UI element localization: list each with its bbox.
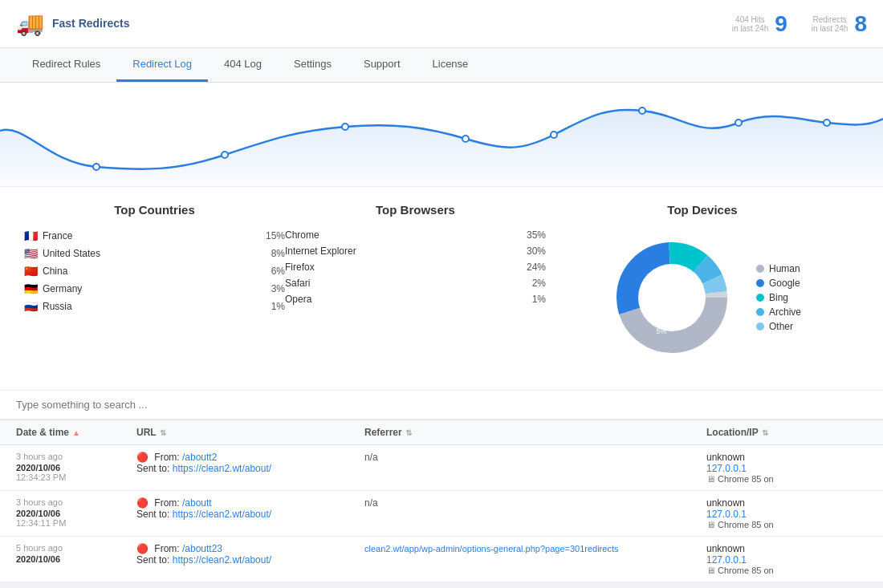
browser-row: Safari 2% — [285, 278, 546, 289]
top-devices-title: Top Devices — [546, 203, 859, 217]
monitor-icon-3: 🖥 — [706, 566, 715, 575]
legend-label-human: Human — [769, 263, 800, 274]
browser-name: Safari — [285, 278, 518, 289]
col-referrer[interactable]: Referrer ⇅ — [364, 427, 706, 438]
svg-point-5 — [639, 107, 645, 114]
top-countries-panel: Top Countries 🇫🇷 France 15% 🇺🇸 United St… — [24, 203, 285, 366]
browser-pct: 2% — [518, 278, 546, 289]
browser-info-3: 🖥 Chrome 85 on — [706, 566, 867, 575]
browser-row: Firefox 24% — [285, 262, 546, 273]
legend-label-google: Google — [769, 278, 800, 289]
tab-license[interactable]: License — [417, 48, 485, 82]
sort-icon-location: ⇅ — [762, 428, 768, 437]
top-browsers-panel: Top Browsers Chrome 35% Internet Explore… — [285, 203, 546, 366]
cell-date-3: 5 hours ago 2020/10/06 — [16, 543, 136, 564]
table-row: 3 hours ago 2020/10/06 12:34:23 PM 🔴 Fro… — [0, 445, 883, 491]
logo-area: 🚚 Fast Redirects — [16, 10, 144, 37]
cell-referrer-2: n/a — [364, 497, 706, 509]
sent-to-url-3[interactable]: https://clean2.wt/about/ — [173, 554, 271, 566]
country-name: Germany — [43, 283, 257, 294]
header-stats: 404 Hits in last 24h 9 Redirects in last… — [732, 11, 867, 37]
country-row: 🇷🇺 Russia 1% — [24, 300, 285, 313]
tab-support[interactable]: Support — [348, 48, 417, 82]
from-url-2[interactable]: /aboutt — [182, 497, 212, 509]
sort-icon-referrer: ⇅ — [405, 428, 412, 437]
sent-to-url-2[interactable]: https://clean2.wt/about/ — [173, 509, 271, 520]
stats-panels: Top Countries 🇫🇷 France 15% 🇺🇸 United St… — [0, 187, 883, 391]
svg-text:45%: 45% — [641, 303, 655, 311]
legend-item: Google — [756, 278, 801, 289]
log-table: Date & time ▲ URL ⇅ Referrer ⇅ Location/… — [0, 420, 883, 582]
browser-name: Chrome — [285, 229, 518, 241]
tab-redirect-log[interactable]: Redirect Log — [116, 48, 208, 82]
flag-china: 🇨🇳 — [24, 265, 38, 278]
table-row: 5 hours ago 2020/10/06 🔴 From: /aboutt23… — [0, 537, 883, 582]
svg-point-6 — [735, 120, 742, 126]
from-url-1[interactable]: /aboutt2 — [182, 452, 217, 463]
monitor-icon-1: 🖥 — [706, 474, 715, 484]
time-ago-3: 5 hours ago — [16, 543, 136, 553]
svg-text:5%: 5% — [656, 327, 666, 335]
donut-chart: 7% 12% 29% 45% 5% — [604, 229, 740, 366]
cell-referrer-1: n/a — [364, 452, 706, 463]
svg-text:7%: 7% — [682, 278, 693, 286]
nav-tabs: Redirect Rules Redirect Log 404 Log Sett… — [0, 48, 883, 83]
legend-item: Bing — [756, 292, 801, 303]
svg-point-7 — [824, 120, 830, 126]
browser-pct: 24% — [518, 262, 546, 273]
col-location[interactable]: Location/IP ⇅ — [706, 427, 867, 438]
browser-pct: 30% — [518, 245, 546, 257]
search-input[interactable] — [16, 399, 867, 411]
legend-label-bing: Bing — [769, 292, 788, 303]
time-2: 12:34:11 PM — [16, 518, 136, 528]
cell-location-3: unknown 127.0.0.1 🖥 Chrome 85 on — [706, 543, 867, 575]
svg-point-0 — [93, 164, 100, 170]
browser-info-2: 🖥 Chrome 85 on — [706, 520, 867, 529]
cell-date-1: 3 hours ago 2020/10/06 12:34:23 PM — [16, 452, 136, 482]
time-1: 12:34:23 PM — [16, 472, 136, 482]
country-pct: 3% — [257, 283, 285, 294]
table-header: Date & time ▲ URL ⇅ Referrer ⇅ Location/… — [0, 420, 883, 445]
browser-row: Chrome 35% — [285, 229, 546, 241]
legend-item: Human — [756, 263, 801, 274]
browser-row: Opera 1% — [285, 294, 546, 305]
tab-settings[interactable]: Settings — [278, 48, 348, 82]
ip-3: 127.0.0.1 — [706, 554, 867, 566]
tab-404-log[interactable]: 404 Log — [208, 48, 278, 82]
flag-france: 🇫🇷 — [24, 229, 38, 242]
sent-to-url-1[interactable]: https://clean2.wt/about/ — [173, 463, 271, 474]
logo-icon: 🚚 — [16, 10, 44, 37]
svg-point-2 — [342, 124, 348, 130]
search-bar — [0, 391, 883, 420]
country-row: 🇺🇸 United States 8% — [24, 247, 285, 260]
top-devices-panel: Top Devices 7% 12% 29% 45% 5% — [546, 203, 859, 366]
browser-name: Opera — [285, 294, 518, 305]
from-url-3[interactable]: /aboutt23 — [182, 543, 222, 554]
country-name: China — [43, 266, 257, 277]
legend-dot-other — [756, 322, 764, 330]
tab-redirect-rules[interactable]: Redirect Rules — [16, 48, 116, 82]
country-name: France — [43, 230, 257, 241]
date-1: 2020/10/06 — [16, 463, 136, 472]
ip-2: 127.0.0.1 — [706, 509, 867, 520]
country-pct: 8% — [257, 248, 285, 259]
stat-redirect-value: 8 — [854, 11, 867, 37]
flag-germany: 🇩🇪 — [24, 282, 38, 295]
country-row: 🇩🇪 Germany 3% — [24, 282, 285, 295]
svg-point-3 — [462, 136, 469, 142]
col-url[interactable]: URL ⇅ — [136, 427, 364, 438]
legend-item: Archive — [756, 306, 801, 318]
col-date-time[interactable]: Date & time ▲ — [16, 427, 136, 438]
stat-404-value: 9 — [775, 11, 787, 37]
referrer-link-3[interactable]: clean2.wt/app/wp-admin/options-general.p… — [364, 544, 618, 554]
legend-label-archive: Archive — [769, 306, 801, 318]
cell-url-2: 🔴 From: /aboutt Sent to: https://clean2.… — [136, 497, 364, 520]
legend-label-other: Other — [769, 321, 793, 332]
legend-dot-archive — [756, 308, 764, 316]
cell-location-2: unknown 127.0.0.1 🖥 Chrome 85 on — [706, 497, 867, 529]
country-name: United States — [43, 248, 257, 259]
top-countries-title: Top Countries — [24, 203, 285, 217]
stat-redirect-label: Redirects in last 24h — [812, 15, 848, 33]
flag-us: 🇺🇸 — [24, 247, 38, 260]
cell-url-3: 🔴 From: /aboutt23 Sent to: https://clean… — [136, 543, 364, 566]
